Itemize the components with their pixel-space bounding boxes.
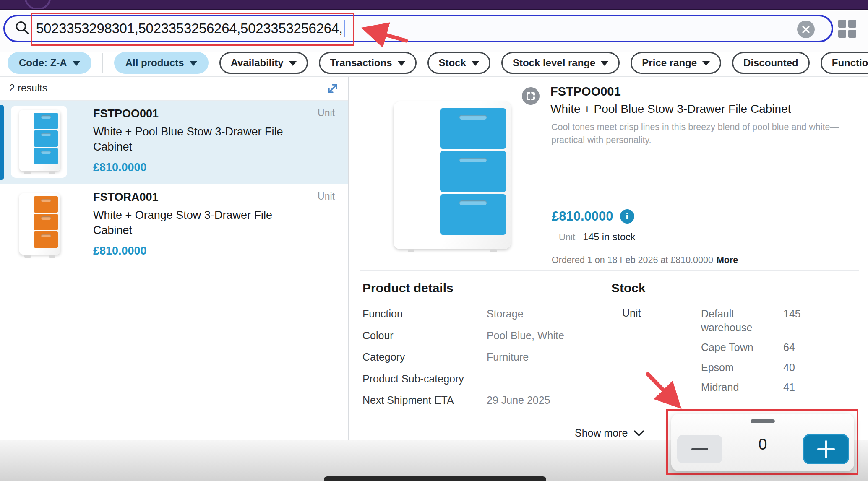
detail-row-value: Furniture [487, 350, 604, 364]
chip-label: Code: Z-A [19, 57, 67, 69]
detail-ordered-line: Ordered 1 on 18 Feb 2026 at £810.0000Mor… [552, 255, 738, 265]
filter-chip-stock[interactable]: Stock [427, 52, 490, 74]
more-link[interactable]: More [717, 255, 738, 265]
detail-product-name: White + Pool Blue Stow 3-Drawer File Cab… [550, 102, 791, 116]
chip-label: Discounted [743, 57, 798, 69]
warehouse-name: Default warehouse [701, 307, 783, 334]
stock-unit-label: Unit [611, 307, 701, 394]
product-unit-label: Unit [318, 107, 335, 119]
product-name: White + Pool Blue Stow 3-Drawer File Cab… [93, 125, 299, 154]
show-more-button[interactable]: Show more [575, 427, 644, 439]
filter-chip-function[interactable]: Function [821, 52, 868, 74]
detail-row-value: 29 June 2025 [487, 393, 604, 407]
warehouse-name: Epsom [701, 361, 783, 374]
chevron-down-icon [73, 61, 80, 66]
detail-row-label: Category [362, 350, 468, 364]
filter-chip-stock-level-range[interactable]: Stock level range [501, 52, 620, 74]
product-price: £810.0000 [93, 161, 336, 174]
product-unit-label: Unit [318, 191, 335, 202]
chevron-down-icon [472, 61, 479, 66]
warehouse-qty: 41 [783, 380, 817, 394]
scan-target-icon [522, 87, 540, 105]
increment-button[interactable] [803, 434, 849, 464]
results-count: 2 results [9, 82, 47, 94]
detail-row-value: Pool Blue, White [487, 329, 604, 343]
filter-chip-discounted[interactable]: Discounted [732, 52, 810, 74]
chip-divider [102, 53, 103, 73]
chevron-down-icon [190, 61, 197, 66]
chip-label: Price range [642, 57, 697, 69]
grid-view-icon[interactable] [838, 20, 857, 38]
expand-panel-icon[interactable] [326, 81, 340, 97]
detail-row-label: Next Shipment ETA [362, 393, 468, 407]
product-name: White + Orange Stow 3-Drawer File Cabine… [93, 208, 299, 238]
results-panel: 2 results FSTPOO001 White + Pool Blue St… [0, 77, 348, 440]
chip-label: Availability [231, 57, 284, 69]
selected-accent-bar [0, 105, 4, 180]
stock-heading: Stock [611, 281, 846, 295]
detail-product-code: FSTPOO001 [550, 85, 621, 99]
warehouse-qty: 145 [783, 307, 817, 334]
detail-price-row: £810.0000 i [552, 209, 634, 224]
warehouse-name: Midrand [701, 380, 783, 394]
product-details-section: Product details Function Storage Colour … [362, 281, 604, 407]
detail-stock-line: Unit 145 in stock [559, 231, 636, 243]
product-price: £810.0000 [93, 244, 336, 257]
filter-chips-row: Code: Z-A All products Availability Tran… [8, 51, 868, 75]
filter-chip-code-sort[interactable]: Code: Z-A [8, 52, 91, 74]
chip-label: Stock [439, 57, 466, 69]
show-more-label: Show more [575, 427, 628, 439]
results-header: 2 results [0, 77, 348, 101]
detail-row-value: Storage [487, 307, 604, 321]
product-details-heading: Product details [362, 281, 604, 295]
logo-arc [24, 0, 51, 10]
dock-bar [324, 476, 546, 481]
chevron-down-icon [601, 61, 608, 66]
stock-section: Stock Unit Default warehouse 145 Cape To… [611, 281, 846, 394]
info-icon[interactable]: i [620, 209, 634, 224]
product-list-item[interactable]: FSTPOO001 White + Pool Blue Stow 3-Drawe… [0, 101, 348, 184]
filter-chip-all-products[interactable]: All products [114, 52, 209, 74]
filter-chip-price-range[interactable]: Price range [631, 52, 721, 74]
chip-label: Function [832, 57, 868, 69]
product-detail-panel: FSTPOO001 White + Pool Blue Stow 3-Drawe… [348, 77, 868, 440]
chevron-down-icon [702, 61, 710, 66]
detail-divider [360, 270, 859, 271]
detail-price: £810.0000 [552, 209, 613, 224]
product-thumbnail [11, 189, 67, 261]
ordered-text: Ordered 1 on 18 Feb 2026 at £810.0000 [552, 255, 713, 265]
detail-product-image [389, 100, 517, 257]
product-code: FSTORA001 [93, 191, 336, 204]
top-bar [0, 0, 868, 10]
clear-search-button[interactable] [797, 21, 815, 38]
chip-label: Stock level range [513, 57, 595, 69]
quantity-stepper: 0 [671, 414, 854, 471]
detail-unit-label: Unit [559, 232, 575, 243]
chevron-down-icon [289, 61, 297, 66]
detail-row-value [487, 372, 604, 386]
detail-row-label: Product Sub-category [362, 372, 468, 386]
search-icon [14, 20, 30, 37]
chevron-down-icon [398, 61, 405, 66]
filter-chip-transactions[interactable]: Transactions [319, 52, 417, 74]
filter-chip-availability[interactable]: Availability [219, 52, 308, 74]
product-list-item[interactable]: FSTORA001 White + Orange Stow 3-Drawer F… [0, 184, 348, 270]
drag-handle[interactable] [751, 419, 775, 423]
chevron-down-icon [633, 429, 644, 437]
detail-row-label: Function [362, 307, 468, 321]
product-code: FSTPOO001 [93, 107, 336, 120]
warehouse-qty: 40 [783, 361, 817, 374]
product-thumbnail [11, 106, 67, 178]
annotation-box-search [31, 13, 354, 46]
detail-in-stock: 145 in stock [583, 231, 635, 243]
warehouse-name: Cape Town [701, 341, 783, 354]
warehouse-qty: 64 [783, 341, 817, 354]
chip-label: Transactions [330, 57, 392, 69]
detail-product-description: Cool tones meet crisp lines in this bree… [551, 121, 841, 146]
app-window: 5023353298301,5023353256264,502335325626… [0, 0, 868, 481]
chip-label: All products [125, 57, 184, 69]
detail-row-label: Colour [362, 329, 468, 343]
